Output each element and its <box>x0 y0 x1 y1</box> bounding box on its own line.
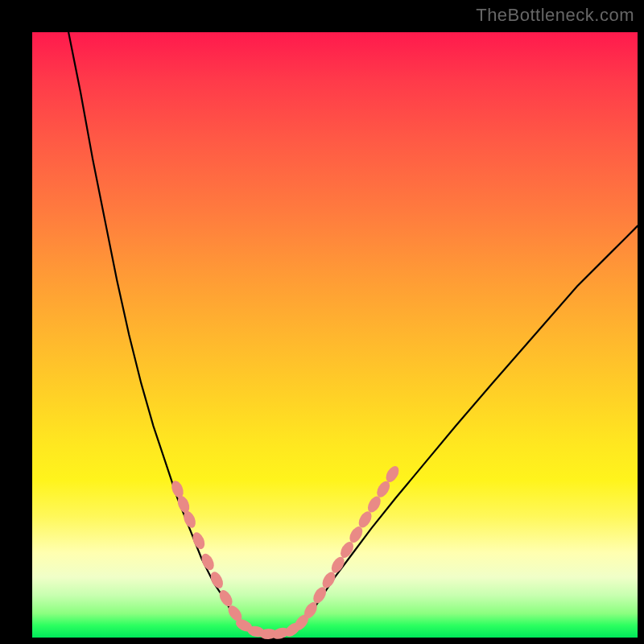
curve-left-branch <box>68 32 244 625</box>
curve-layer <box>32 32 638 638</box>
curve-right-branch <box>299 226 638 625</box>
watermark-text: TheBottleneck.com <box>476 5 634 26</box>
highlight-marker <box>199 551 216 572</box>
highlight-marker <box>190 530 207 551</box>
chart-frame: TheBottleneck.com <box>0 0 644 644</box>
highlight-marker <box>208 570 225 590</box>
plot-area <box>32 32 638 638</box>
highlight-markers <box>169 464 401 641</box>
